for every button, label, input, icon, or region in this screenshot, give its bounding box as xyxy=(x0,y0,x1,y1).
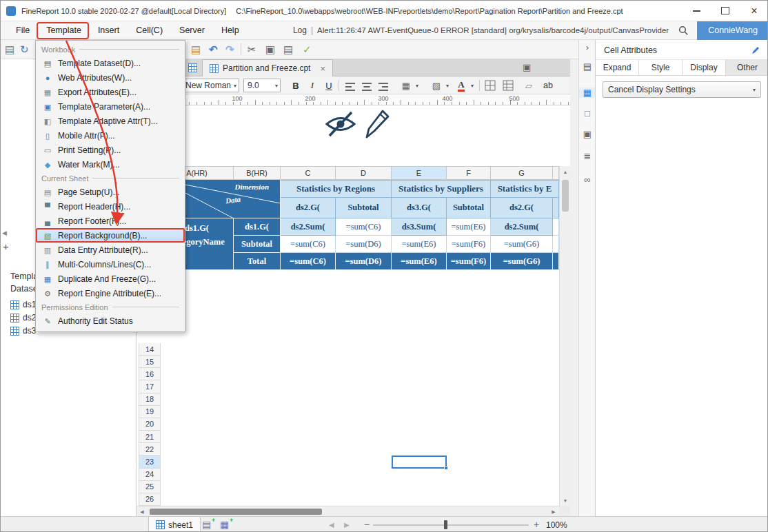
group-header-cell[interactable]: Statistics by Suppliers xyxy=(392,180,491,198)
paste-icon[interactable]: ▤ xyxy=(191,42,201,57)
add-dataset-icon[interactable]: + xyxy=(3,241,9,252)
group-header-cell[interactable]: Statistics by E xyxy=(491,180,559,198)
dataset-tree-item[interactable]: ds3 xyxy=(10,325,36,337)
table-cell[interactable]: ds3.G( xyxy=(392,198,447,218)
zoom-slider-track[interactable] xyxy=(373,524,529,526)
zoom-level[interactable]: 100% xyxy=(546,520,567,530)
insert-text-icon[interactable]: ab xyxy=(541,79,555,92)
column-header-E[interactable]: E xyxy=(392,166,447,180)
zoom-slider-thumb[interactable] xyxy=(444,520,447,529)
menu-item-template-adaptive-attr-t[interactable]: ◧Template Adaptive Attr(T)... xyxy=(36,114,185,128)
row-header-25[interactable]: 25 xyxy=(139,481,161,493)
tab-expand[interactable]: Expand xyxy=(596,60,639,75)
menu-item-water-mark-m[interactable]: ◆Water Mark(M)... xyxy=(36,157,185,172)
hide-widget-eye-slash-icon[interactable] xyxy=(325,110,356,141)
menu-item-template-parameter-a[interactable]: ▣Template Parameter(A)... xyxy=(36,99,185,114)
table-cell[interactable]: ds2.G( xyxy=(281,198,336,218)
selection-handle[interactable] xyxy=(444,466,448,470)
scroll-down-icon[interactable]: ▼ xyxy=(560,495,571,506)
sheet-tab[interactable]: sheet1 xyxy=(148,517,201,532)
menu-cellc[interactable]: Cell(C) xyxy=(129,21,170,39)
row-header-22[interactable]: 22 xyxy=(139,443,161,456)
vertical-scrollbar[interactable]: ▲ ▼ xyxy=(559,166,570,506)
new-template-icon[interactable] xyxy=(188,63,197,75)
window-cascade-icon[interactable]: ▣ xyxy=(523,62,531,72)
row-header-21[interactable]: 21 xyxy=(139,431,161,443)
eraser-icon[interactable]: ▱ xyxy=(522,79,536,92)
table-cell[interactable]: Subtotal xyxy=(234,236,281,253)
table-cell[interactable]: ds2.G( xyxy=(491,198,553,218)
cell-style-grid-icon[interactable] xyxy=(503,80,514,91)
collapse-panel-chevron-icon[interactable]: › xyxy=(579,42,596,52)
row-header-17[interactable]: 17 xyxy=(139,380,161,393)
column-header-F[interactable]: F xyxy=(447,166,491,180)
dataset-tree-item[interactable]: ds2 xyxy=(10,311,36,324)
horizontal-scrollbar[interactable]: ◀ ▶ xyxy=(137,506,559,516)
redo-icon[interactable]: ↷ xyxy=(225,42,234,57)
table-cell[interactable]: ds2.Sum( xyxy=(491,218,553,236)
table-cell[interactable]: Subtotal xyxy=(336,198,392,218)
table-cell[interactable]: =sum(C6) xyxy=(281,236,336,253)
menu-server[interactable]: Server xyxy=(172,21,212,39)
align-left-icon[interactable] xyxy=(345,81,356,94)
zoom-out-icon[interactable]: − xyxy=(364,519,370,530)
collapse-left-chevron-icon[interactable]: ◀ xyxy=(2,229,7,236)
zoom-in-icon[interactable]: + xyxy=(534,519,539,530)
scroll-left-icon[interactable]: ◀ xyxy=(137,507,148,517)
table-cell[interactable]: Total xyxy=(234,253,281,270)
merge-cells-icon[interactable]: ▦ xyxy=(399,79,413,92)
table-cell[interactable]: =sum(F6) xyxy=(447,253,491,270)
edit-widget-pencil-icon[interactable] xyxy=(363,108,391,141)
panel-toggle-icon[interactable]: ▤ xyxy=(5,42,14,57)
table-cell[interactable]: =sum(E6) xyxy=(392,236,447,253)
menu-item-authority-edit-status[interactable]: ✎Authority Edit Status xyxy=(36,314,185,328)
align-right-icon[interactable] xyxy=(378,81,390,94)
refresh-icon[interactable]: ↻ xyxy=(20,42,29,57)
selected-cell[interactable] xyxy=(392,456,447,469)
format-painter-icon[interactable]: ✓ xyxy=(303,42,312,57)
widget-library-icon[interactable]: ▣ xyxy=(579,129,596,139)
add-grid-sheet-icon[interactable]: ▦+ xyxy=(220,519,229,530)
scroll-up-icon[interactable]: ▲ xyxy=(560,166,571,177)
log-label[interactable]: Log xyxy=(293,25,307,35)
menu-insert[interactable]: Insert xyxy=(91,21,126,39)
table-cell[interactable]: =sum(E6) xyxy=(392,253,447,270)
row-header-14[interactable]: 14 xyxy=(139,343,161,356)
add-report-sheet-icon[interactable]: ▤+ xyxy=(202,519,211,530)
prev-sheet-icon[interactable]: ◀ xyxy=(329,521,334,529)
scroll-right-icon[interactable]: ▶ xyxy=(548,507,559,517)
document-tab[interactable]: Partition and Freeze.cpt × xyxy=(202,59,333,76)
table-cell[interactable]: =sum(F6) xyxy=(447,236,491,253)
menu-item-template-dataset-d[interactable]: ▤Template Dataset(D)... xyxy=(36,56,185,70)
bold-button[interactable]: B xyxy=(289,79,303,92)
tab-style[interactable]: Style xyxy=(639,60,683,75)
table-cell[interactable]: =sum(E6) xyxy=(447,218,491,236)
menu-item-mobile-attr-p[interactable]: ▯Mobile Attr(P)... xyxy=(36,128,185,143)
menu-help[interactable]: Help xyxy=(214,21,246,39)
menu-item-data-entry-attribute-r[interactable]: ▥Data Entry Attribute(R)... xyxy=(36,243,185,257)
table-cell[interactable]: ds1.G( xyxy=(234,218,281,236)
close-button[interactable]: × xyxy=(740,1,768,21)
fill-dropdown-arrow[interactable]: ▾ xyxy=(446,83,449,89)
column-header-partial[interactable] xyxy=(553,166,559,180)
table-cell[interactable]: =sum(G6) xyxy=(491,236,553,253)
font-color-dropdown-arrow[interactable]: ▾ xyxy=(471,83,474,89)
table-cell[interactable]: =sum(D6) xyxy=(336,253,392,270)
search-icon[interactable] xyxy=(678,25,689,36)
table-cell[interactable]: =sum(D6) xyxy=(336,236,392,253)
align-center-icon[interactable] xyxy=(362,81,373,94)
italic-button[interactable]: I xyxy=(305,79,319,92)
underline-button[interactable]: U xyxy=(322,79,336,92)
tab-close-icon[interactable]: × xyxy=(320,63,325,74)
menu-item-web-attributes-w[interactable]: ●Web Attributes(W)... xyxy=(36,70,185,85)
font-size-select[interactable]: 9.0▾ xyxy=(243,79,281,92)
menu-item-report-header-h[interactable]: ▀Report Header(H)... xyxy=(36,199,185,214)
linked-cell-icon[interactable]: ∞ xyxy=(579,174,596,185)
table-cell[interactable]: =sum(C6) xyxy=(336,218,392,236)
undo-icon[interactable]: ↶ xyxy=(209,42,218,57)
fill-color-icon[interactable]: ▨ xyxy=(430,79,443,92)
merge-dropdown-arrow[interactable]: ▾ xyxy=(416,83,418,89)
user-account-badge[interactable]: ConnieWang xyxy=(697,21,768,40)
table-cell[interactable]: ds3.Sum( xyxy=(392,218,447,236)
column-header-D[interactable]: D xyxy=(336,166,392,180)
